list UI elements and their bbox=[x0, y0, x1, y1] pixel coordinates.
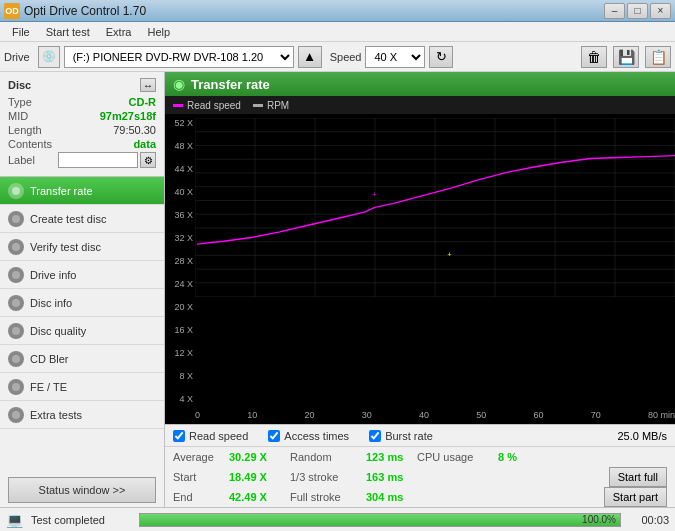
stat-group-end: End 42.49 X Full stroke 304 ms Start par… bbox=[173, 487, 667, 507]
disc-type-label: Type bbox=[8, 96, 32, 108]
disc-label-button[interactable]: ⚙ bbox=[140, 152, 156, 168]
chart-y-labels: 52 X 48 X 44 X 40 X 36 X 32 X 28 X 24 X … bbox=[165, 118, 195, 404]
speed-select[interactable]: 40 X bbox=[365, 46, 425, 68]
y-label-28: 28 X bbox=[174, 256, 193, 266]
title-bar: OD Opti Drive Control 1.70 – □ × bbox=[0, 0, 675, 22]
disc-label-input[interactable] bbox=[58, 152, 138, 168]
menu-help[interactable]: Help bbox=[139, 22, 178, 41]
y-label-44: 44 X bbox=[174, 164, 193, 174]
progress-fill bbox=[140, 514, 620, 526]
menu-bar: File Start test Extra Help bbox=[0, 22, 675, 42]
nav-create-test-disc[interactable]: Create test disc bbox=[0, 205, 164, 233]
nav-transfer-rate[interactable]: Transfer rate bbox=[0, 177, 164, 205]
erase-button[interactable]: 🗑 bbox=[581, 46, 607, 68]
chart-drawing-area: 52 X 48 X 44 X 40 X 36 X 32 X 28 X 24 X … bbox=[165, 114, 675, 424]
start-part-button[interactable]: Start part bbox=[604, 487, 667, 507]
maximize-button[interactable]: □ bbox=[627, 3, 648, 19]
check-burst-rate[interactable]: Burst rate bbox=[369, 430, 433, 442]
svg-point-5 bbox=[12, 327, 20, 335]
menu-extra[interactable]: Extra bbox=[98, 22, 140, 41]
status-icon: 💻 bbox=[6, 512, 23, 528]
refresh-button[interactable]: ↻ bbox=[429, 46, 453, 68]
check-read-speed[interactable]: Read speed bbox=[173, 430, 248, 442]
stats-row-0: Average 30.29 X Random 123 ms CPU usage … bbox=[165, 447, 675, 467]
disc-length-row: Length 79:50.30 bbox=[8, 124, 156, 136]
stat-average-label: Average bbox=[173, 451, 223, 463]
nav-disc-info[interactable]: Disc info bbox=[0, 289, 164, 317]
y-label-36: 36 X bbox=[174, 210, 193, 220]
chart-legend: Read speed RPM bbox=[165, 96, 675, 114]
stat-start-value: 18.49 X bbox=[229, 471, 284, 483]
status-window-button[interactable]: Status window >> bbox=[8, 477, 156, 503]
y-label-20: 20 X bbox=[174, 302, 193, 312]
chart-title: Transfer rate bbox=[191, 77, 270, 92]
svg-point-0 bbox=[12, 187, 20, 195]
stats-row-2: End 42.49 X Full stroke 304 ms Start par… bbox=[165, 487, 675, 507]
stat-start-label: Start bbox=[173, 471, 223, 483]
stat-random-label: Random bbox=[290, 451, 360, 463]
save-button[interactable]: 💾 bbox=[613, 46, 639, 68]
minimize-button[interactable]: – bbox=[604, 3, 625, 19]
y-label-8: 8 X bbox=[179, 371, 193, 381]
svg-point-7 bbox=[12, 383, 20, 391]
status-bar: 💻 Test completed 100.0% 00:03 bbox=[0, 507, 675, 531]
svg-point-2 bbox=[12, 243, 20, 251]
start-full-button[interactable]: Start full bbox=[609, 467, 667, 487]
y-label-16: 16 X bbox=[174, 325, 193, 335]
legend-read-speed-label: Read speed bbox=[187, 100, 241, 111]
nav-drive-info-label: Drive info bbox=[30, 269, 76, 281]
disc-refresh-button[interactable]: ↔ bbox=[140, 78, 156, 92]
disc-type-value: CD-R bbox=[129, 96, 157, 108]
stat-1stroke-label: 1/3 stroke bbox=[290, 471, 360, 483]
legend-rpm-label: RPM bbox=[267, 100, 289, 111]
nav-cd-bler-label: CD Bler bbox=[30, 353, 69, 365]
copy-button[interactable]: 📋 bbox=[645, 46, 671, 68]
progress-bar: 100.0% bbox=[139, 513, 621, 527]
eject-button[interactable]: ▲ bbox=[298, 46, 322, 68]
check-access-times[interactable]: Access times bbox=[268, 430, 349, 442]
title-bar-left: OD Opti Drive Control 1.70 bbox=[4, 3, 146, 19]
chart-svg: + + bbox=[195, 118, 675, 297]
svg-text:+: + bbox=[447, 250, 452, 259]
menu-start-test[interactable]: Start test bbox=[38, 22, 98, 41]
speed-label: Speed bbox=[330, 51, 362, 63]
menu-file[interactable]: File bbox=[4, 22, 38, 41]
sidebar: Disc ↔ Type CD-R MID 97m27s18f Length 79… bbox=[0, 72, 165, 507]
nav-extra-tests[interactable]: Extra tests bbox=[0, 401, 164, 429]
disc-mid-value: 97m27s18f bbox=[100, 110, 156, 122]
check-access-times-label: Access times bbox=[284, 430, 349, 442]
nav-cd-bler[interactable]: CD Bler bbox=[0, 345, 164, 373]
burst-rate-value: 25.0 MB/s bbox=[617, 430, 667, 442]
stat-group-average: Average 30.29 X Random 123 ms CPU usage … bbox=[173, 451, 667, 463]
nav-fe-te-label: FE / TE bbox=[30, 381, 67, 393]
nav-verify-test-disc[interactable]: Verify test disc bbox=[0, 233, 164, 261]
main-area: Disc ↔ Type CD-R MID 97m27s18f Length 79… bbox=[0, 72, 675, 507]
stat-fullstroke-value: 304 ms bbox=[366, 491, 411, 503]
check-burst-rate-input[interactable] bbox=[369, 430, 381, 442]
check-read-speed-input[interactable] bbox=[173, 430, 185, 442]
y-label-48: 48 X bbox=[174, 141, 193, 151]
drive-select[interactable]: (F:) PIONEER DVD-RW DVR-108 1.20 bbox=[64, 46, 294, 68]
nav-verify-test-disc-icon bbox=[8, 239, 24, 255]
check-burst-rate-label: Burst rate bbox=[385, 430, 433, 442]
disc-contents-value: data bbox=[133, 138, 156, 150]
nav-fe-te[interactable]: FE / TE bbox=[0, 373, 164, 401]
disc-length-value: 79:50.30 bbox=[113, 124, 156, 136]
x-label-50: 50 bbox=[476, 410, 486, 420]
x-label-80: 80 min bbox=[648, 410, 675, 420]
disc-label-row: Label ⚙ bbox=[8, 152, 156, 168]
stat-average-value: 30.29 X bbox=[229, 451, 284, 463]
check-access-times-input[interactable] bbox=[268, 430, 280, 442]
nav-disc-quality[interactable]: Disc quality bbox=[0, 317, 164, 345]
x-label-40: 40 bbox=[419, 410, 429, 420]
svg-point-8 bbox=[12, 411, 20, 419]
legend-read-speed-color bbox=[173, 104, 183, 107]
nav-drive-info[interactable]: Drive info bbox=[0, 261, 164, 289]
nav-extra-tests-icon bbox=[8, 407, 24, 423]
window-controls: – □ × bbox=[604, 3, 671, 19]
close-button[interactable]: × bbox=[650, 3, 671, 19]
svg-point-4 bbox=[12, 299, 20, 307]
x-label-10: 10 bbox=[247, 410, 257, 420]
nav-create-test-disc-label: Create test disc bbox=[30, 213, 106, 225]
disc-contents-row: Contents data bbox=[8, 138, 156, 150]
